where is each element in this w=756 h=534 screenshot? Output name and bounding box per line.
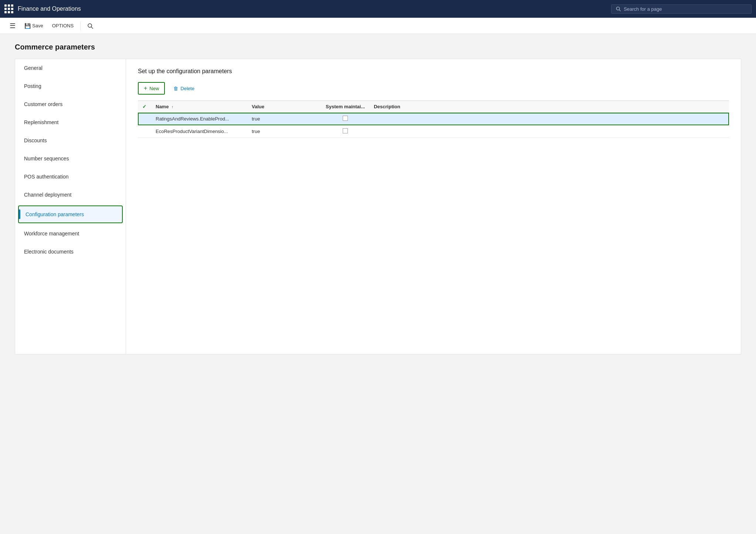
row2-name: EcoResProductVariantDimensio... (151, 125, 247, 138)
save-icon: 💾 (24, 23, 31, 29)
config-table: ✓ Name ↑ Value System maintai... (138, 101, 729, 138)
sidebar-item-general[interactable]: General (15, 59, 126, 77)
main-container: Commerce parameters General Posting Cust… (0, 34, 756, 534)
header-checkmark-icon: ✓ (142, 104, 146, 109)
delete-icon: 🗑 (173, 86, 178, 91)
row2-value: true (247, 125, 321, 138)
app-grid-icon[interactable] (4, 4, 13, 13)
right-panel: Set up the configuration parameters + Ne… (126, 59, 741, 354)
new-button[interactable]: + New (138, 82, 165, 95)
panel-subtitle: Set up the configuration parameters (138, 68, 729, 75)
row2-system-checkbox[interactable] (343, 128, 348, 133)
row1-system-checkbox[interactable] (343, 116, 348, 121)
sidebar-item-number-sequences[interactable]: Number sequences (15, 150, 126, 168)
row2-system[interactable] (321, 125, 369, 138)
col-header-system[interactable]: System maintai... (321, 101, 369, 113)
action-bar: + New 🗑 Delete (138, 82, 729, 95)
col-header-check: ✓ (138, 101, 151, 113)
sidebar-item-discounts[interactable]: Discounts (15, 132, 126, 150)
row2-description (369, 125, 729, 138)
sidebar-item-workforce-management[interactable]: Workforce management (15, 225, 126, 243)
table-row[interactable]: EcoResProductVariantDimensio... true (138, 125, 729, 138)
row1-description (369, 113, 729, 125)
hamburger-button[interactable]: ☰ (6, 20, 19, 31)
col-header-name[interactable]: Name ↑ (151, 101, 247, 113)
save-button[interactable]: 💾 Save (21, 21, 47, 31)
sidebar-item-posting[interactable]: Posting (15, 77, 126, 95)
svg-line-1 (619, 10, 620, 11)
options-button[interactable]: OPTIONS (48, 21, 78, 31)
sidebar-item-pos-authentication[interactable]: POS authentication (15, 168, 126, 186)
plus-icon: + (144, 85, 147, 92)
toolbar-divider (80, 21, 81, 30)
page-title: Commerce parameters (15, 43, 741, 51)
row1-name: RatingsAndReviews.EnableProd... (151, 113, 247, 125)
sidebar: General Posting Customer orders Replenis… (15, 59, 126, 354)
row1-value: true (247, 113, 321, 125)
global-search-input[interactable] (624, 6, 747, 12)
table-row[interactable]: RatingsAndReviews.EnableProd... true (138, 113, 729, 125)
sidebar-item-configuration-parameters[interactable]: Configuration parameters (18, 205, 123, 223)
sidebar-item-electronic-documents[interactable]: Electronic documents (15, 243, 126, 261)
sidebar-item-replenishment[interactable]: Replenishment (15, 113, 126, 132)
top-navbar: Finance and Operations (0, 0, 756, 18)
search-icon (616, 6, 621, 11)
col-header-value[interactable]: Value (247, 101, 321, 113)
row1-check-cell (138, 113, 151, 125)
global-search[interactable] (611, 4, 752, 14)
toolbar-search-icon (87, 23, 93, 29)
sort-asc-icon: ↑ (172, 105, 173, 109)
sidebar-item-channel-deployment[interactable]: Channel deployment (15, 186, 126, 204)
svg-line-3 (91, 27, 93, 28)
sidebar-item-customer-orders[interactable]: Customer orders (15, 95, 126, 113)
row1-system[interactable] (321, 113, 369, 125)
row2-check-cell (138, 125, 151, 138)
toolbar: ☰ 💾 Save OPTIONS (0, 18, 756, 34)
col-header-description[interactable]: Description (369, 101, 729, 113)
app-title: Finance and Operations (18, 6, 607, 12)
delete-button[interactable]: 🗑 Delete (168, 82, 200, 95)
content-area: General Posting Customer orders Replenis… (15, 59, 741, 354)
toolbar-search-button[interactable] (84, 21, 97, 31)
